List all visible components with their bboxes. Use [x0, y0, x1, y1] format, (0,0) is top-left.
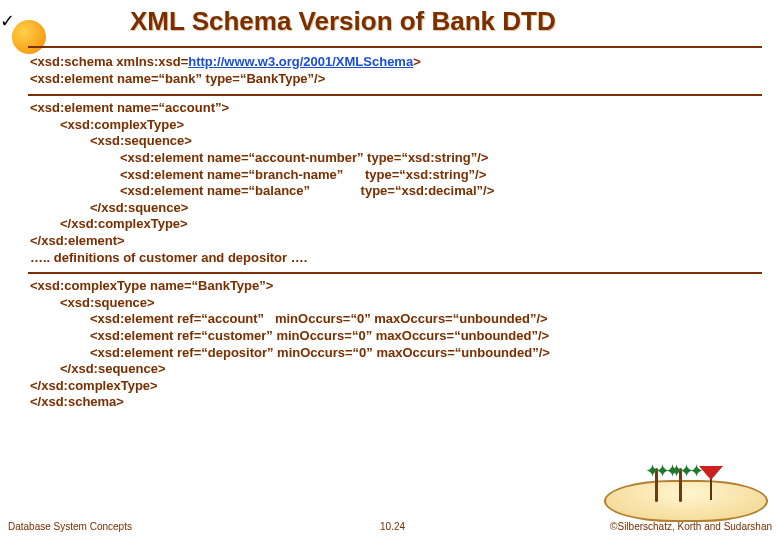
footer-copyright: ©Silberschatz, Korth and Sudarshan — [610, 521, 772, 532]
code-line: </xsd:sequence> — [30, 361, 760, 378]
sun-icon — [12, 20, 46, 54]
text: <xsd:schema xmlns:xsd= — [30, 54, 188, 69]
code-line: <xsd:schema xmlns:xsd=http://www.w3.org/… — [30, 54, 760, 71]
code-line: <xsd:sequence> — [30, 133, 760, 150]
code-line: <xsd:complexType name=“BankType”> — [30, 278, 760, 295]
footer-page-number: 10.24 — [380, 521, 405, 532]
footer-left: Database System Concepts — [8, 521, 132, 532]
sun-decoration: ✓ — [0, 6, 55, 56]
schema-url-link[interactable]: http://www.w3.org/2001/XMLSchema — [188, 54, 413, 69]
code-line: <xsd:element name=“account-number” type=… — [30, 150, 760, 167]
code-block-banktype: <xsd:complexType name=“BankType”> <xsd:s… — [30, 278, 760, 411]
code-block-schema: <xsd:schema xmlns:xsd=http://www.w3.org/… — [30, 54, 760, 87]
code-line: <xsd:element ref=“customer” minOccurs=“0… — [30, 328, 760, 345]
bird-icon: ✓ — [0, 10, 15, 32]
palm-icon: ✦✦✦ — [679, 468, 682, 502]
code-line: <xsd:complexType> — [30, 117, 760, 134]
code-line: </xsd:squence> — [30, 200, 760, 217]
code-line: <xsd:element ref=“depositor” minOccurs=“… — [30, 345, 760, 362]
divider — [28, 272, 762, 274]
code-line: <xsd:element name=“branch-name” type=“xs… — [30, 167, 760, 184]
umbrella-icon — [710, 478, 712, 500]
code-line: <xsd:element name=“bank” type=“BankType”… — [30, 71, 760, 88]
code-line: <xsd:element ref=“account” minOccurs=“0”… — [30, 311, 760, 328]
code-line: ….. definitions of customer and deposito… — [30, 250, 760, 267]
divider — [28, 94, 762, 96]
code-line: </xsd:element> — [30, 233, 760, 250]
code-block-account: <xsd:element name=“account”> <xsd:comple… — [30, 100, 760, 266]
divider — [28, 46, 762, 48]
island-icon — [604, 480, 768, 522]
code-line: </xsd:complexType> — [30, 216, 760, 233]
slide-title: XML Schema Version of Bank DTD — [130, 6, 556, 37]
code-line: </xsd:complexType> — [30, 378, 760, 395]
palm-icon: ✦✦✦ — [655, 468, 658, 502]
code-line: <xsd:element name=“balance” type=“xsd:de… — [30, 183, 760, 200]
slide: ✓ XML Schema Version of Bank DTD <xsd:sc… — [0, 0, 780, 540]
code-line: <xsd:squence> — [30, 295, 760, 312]
island-decoration: ✦✦✦ ✦✦✦ — [608, 442, 768, 522]
text: > — [413, 54, 421, 69]
code-line: </xsd:schema> — [30, 394, 760, 411]
code-line: <xsd:element name=“account”> — [30, 100, 760, 117]
